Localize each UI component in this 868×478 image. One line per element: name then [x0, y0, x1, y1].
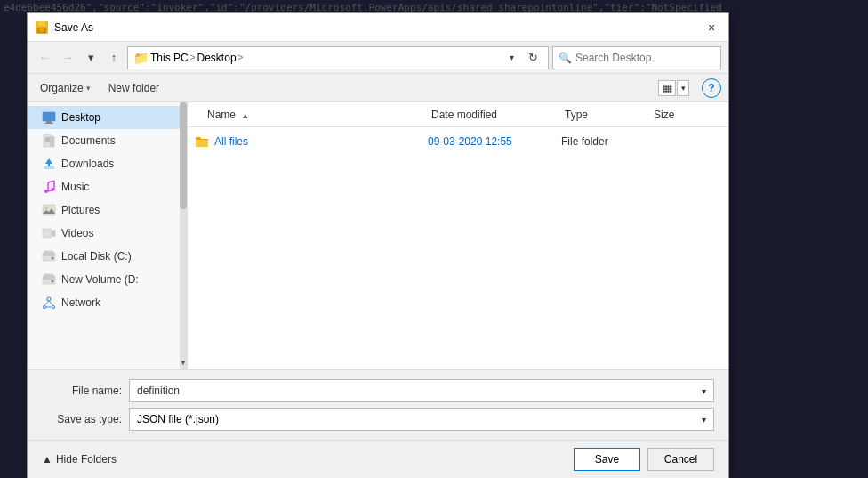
dialog-overlay: Save As × ← → ▾ ↑ 📁 This PC > Desktop > …	[0, 0, 868, 478]
sidebar-label-newvolume: New Volume (D:	[61, 273, 139, 286]
sidebar-item-videos[interactable]: Videos	[28, 222, 187, 245]
savetype-value: JSON file (*.json)	[137, 413, 219, 425]
address-bar[interactable]: 📁 This PC > Desktop > ▾ ↻	[127, 46, 549, 69]
sidebar-label-music: Music	[61, 181, 89, 193]
documents-icon	[42, 134, 56, 148]
filename-row: File name: ▾	[42, 379, 714, 402]
sidebar-item-newvolume[interactable]: New Volume (D:	[28, 268, 187, 291]
file-list-body: All files 09-03-2020 12:55 File folder	[188, 127, 728, 369]
hide-folders-toggle[interactable]: ▲ Hide Folders	[42, 453, 117, 466]
hide-folders-arrow: ▲	[42, 453, 52, 466]
svg-line-37	[49, 301, 53, 306]
sidebar-label-desktop: Desktop	[61, 111, 100, 124]
table-row[interactable]: All files 09-03-2020 12:55 File folder	[188, 131, 728, 152]
col-header-type[interactable]: Type	[561, 109, 650, 121]
file-date: 09-03-2020 12:55	[428, 135, 561, 148]
sidebar: Desktop Docum	[28, 102, 188, 369]
back-button[interactable]: ←	[35, 48, 54, 68]
filename-label: File name:	[42, 385, 122, 397]
organize-chevron: ▾	[86, 84, 91, 93]
breadcrumb-sep1: >	[190, 53, 196, 62]
sidebar-scroll-down[interactable]: ▼	[180, 355, 187, 369]
svg-rect-20	[43, 205, 55, 215]
view-chevron[interactable]: ▾	[677, 80, 689, 96]
svg-point-28	[52, 257, 54, 260]
svg-rect-27	[44, 251, 53, 254]
save-as-dialog: Save As × ← → ▾ ↑ 📁 This PC > Desktop > …	[27, 12, 729, 478]
toolbar: Organize ▾ New folder ▦ ▾ ?	[28, 74, 728, 102]
sidebar-item-desktop[interactable]: Desktop	[28, 106, 187, 129]
filename-chevron[interactable]: ▾	[702, 386, 706, 396]
sidebar-item-documents[interactable]: Documents	[28, 129, 187, 152]
svg-marker-24	[52, 230, 55, 237]
newvolume-icon	[42, 272, 56, 287]
breadcrumb-thispc[interactable]: This PC	[150, 52, 189, 64]
svg-point-34	[44, 306, 46, 309]
title-bar-left: Save As	[35, 20, 93, 35]
col-header-date[interactable]: Date modified	[428, 109, 561, 121]
svg-rect-7	[44, 134, 51, 147]
svg-point-32	[52, 280, 54, 283]
svg-line-36	[44, 301, 49, 306]
sidebar-label-localdisk: Local Disk (C:)	[61, 250, 132, 263]
save-button[interactable]: Save	[574, 448, 640, 471]
svg-rect-4	[43, 112, 55, 121]
save-as-icon	[35, 20, 49, 35]
svg-rect-6	[44, 123, 53, 124]
address-dropdown-button[interactable]: ▾	[503, 48, 519, 68]
view-toggle[interactable]: ▦ ▾	[658, 80, 689, 96]
bottom-form: File name: ▾ Save as type: JSON file (*.…	[28, 369, 728, 440]
videos-icon	[42, 226, 56, 240]
svg-rect-5	[46, 121, 52, 123]
cancel-button[interactable]: Cancel	[647, 448, 714, 471]
address-refresh-button[interactable]: ↻	[523, 48, 542, 68]
sidebar-label-documents: Documents	[61, 134, 116, 147]
sidebar-item-music[interactable]: Music	[28, 175, 187, 198]
breadcrumb-desktop[interactable]: Desktop	[197, 52, 237, 64]
filename-input[interactable]	[137, 385, 702, 397]
col-header-size[interactable]: Size	[650, 109, 721, 121]
svg-rect-31	[44, 274, 53, 277]
savetype-chevron[interactable]: ▾	[702, 415, 706, 425]
sidebar-scrollbar-thumb[interactable]	[180, 102, 187, 209]
file-name: All files	[214, 135, 428, 148]
col-header-name[interactable]: Name ▲	[204, 109, 428, 121]
new-folder-button[interactable]: New folder	[103, 80, 165, 96]
close-button[interactable]: ×	[702, 18, 721, 37]
savetype-label: Save as type:	[42, 413, 122, 425]
sidebar-scrollbar[interactable]	[180, 102, 187, 369]
network-icon	[42, 296, 56, 310]
sidebar-item-downloads[interactable]: Downloads	[28, 152, 187, 175]
up-button[interactable]: ↑	[104, 48, 124, 68]
filename-input-wrapper[interactable]: ▾	[129, 379, 714, 402]
sidebar-label-pictures: Pictures	[61, 204, 100, 216]
sidebar-item-localdisk[interactable]: Local Disk (C:)	[28, 245, 187, 268]
svg-rect-1	[38, 21, 45, 26]
view-icon: ▦	[658, 80, 676, 96]
svg-rect-23	[43, 229, 52, 238]
folder-file-icon	[195, 134, 209, 149]
main-content: Desktop Docum	[28, 102, 728, 369]
search-icon: 🔍	[559, 52, 572, 64]
dropdown-button[interactable]: ▾	[81, 48, 100, 68]
hide-folders-label: Hide Folders	[56, 453, 117, 466]
folder-icon: 📁	[133, 51, 149, 65]
sidebar-item-network[interactable]: Network	[28, 291, 187, 314]
help-button[interactable]: ?	[702, 78, 721, 98]
search-input[interactable]	[575, 52, 715, 64]
sort-arrow: ▲	[241, 111, 249, 120]
file-list: Name ▲ Date modified Type Size	[188, 102, 728, 369]
forward-button[interactable]: →	[58, 48, 77, 68]
sidebar-label-downloads: Downloads	[61, 158, 114, 170]
dialog-title: Save As	[54, 21, 93, 34]
sidebar-label-videos: Videos	[61, 227, 93, 239]
search-bar[interactable]: 🔍	[552, 46, 721, 69]
organize-button[interactable]: Organize ▾	[35, 80, 96, 96]
sidebar-scroll: Desktop Docum	[28, 106, 187, 366]
sidebar-item-pictures[interactable]: Pictures	[28, 198, 187, 222]
svg-marker-13	[45, 158, 52, 166]
desktop-icon	[42, 110, 56, 125]
savetype-select[interactable]: JSON file (*.json) ▾	[129, 408, 714, 431]
svg-rect-3	[39, 28, 44, 32]
localdisk-icon	[42, 249, 56, 263]
